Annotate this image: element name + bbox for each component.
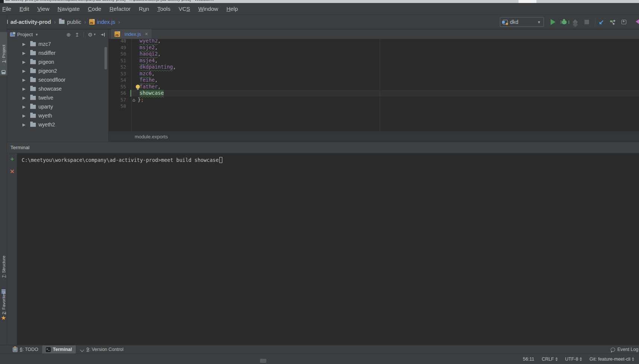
event-log-button[interactable]: Event Log <box>611 345 639 354</box>
collapse-all-icon[interactable]: ↥ <box>75 32 79 38</box>
code-line[interactable]: 56 showcase <box>109 90 639 97</box>
breadcrumb-file[interactable]: index.js <box>97 19 115 25</box>
code-viewport[interactable]: 48 wyeth2, 49 msje2, 50 haoqi2, <box>109 39 639 131</box>
line-number[interactable]: 55 <box>109 84 126 90</box>
project-tree-item[interactable]: ▶ pigeon <box>7 57 108 66</box>
toolwindow-todo[interactable]: 6: TODO <box>9 345 42 354</box>
revert-icon[interactable] <box>636 19 639 25</box>
tree-scrollbar[interactable] <box>104 47 107 69</box>
project-tree-item[interactable]: ▶ showcase <box>7 84 108 93</box>
folder-icon <box>59 20 65 24</box>
toolwindow-version-control[interactable]: 9: Version Control <box>76 345 127 354</box>
menu-item[interactable]: VCS <box>175 6 194 12</box>
line-number[interactable]: 56 <box>109 90 126 97</box>
fold-marker-icon[interactable] <box>132 97 138 104</box>
encoding-select[interactable]: UTF-8 <box>565 357 582 362</box>
run-button[interactable] <box>549 18 557 26</box>
expand-arrow-icon[interactable]: ▶ <box>22 78 27 82</box>
hide-panel-icon[interactable] <box>100 32 105 37</box>
settings-gear-icon[interactable]: ⚙▼ <box>88 32 96 38</box>
locate-file-icon[interactable]: ⊕ <box>66 32 71 38</box>
stop-button[interactable] <box>583 18 591 26</box>
expand-arrow-icon[interactable]: ▶ <box>22 51 27 56</box>
debug-button[interactable] <box>560 18 568 26</box>
folder-icon <box>30 69 36 73</box>
project-tree-item[interactable]: ▶ uparty <box>7 102 108 111</box>
project-tree-item[interactable]: ▶ twelve <box>7 93 108 102</box>
code-line[interactable]: 49 msje2, <box>109 44 639 51</box>
code-line[interactable]: 51 msje4, <box>109 57 639 64</box>
menu-item[interactable]: View <box>33 6 53 12</box>
coverage-button[interactable] <box>571 18 579 26</box>
chevron-down-icon[interactable]: ▼ <box>35 33 38 37</box>
compare-button[interactable] <box>620 18 627 26</box>
line-number[interactable]: 49 <box>109 44 126 51</box>
code-line[interactable]: 54 feihe, <box>109 77 639 84</box>
intention-bulb-icon[interactable] <box>136 85 140 89</box>
expand-arrow-icon[interactable]: ▶ <box>22 122 27 127</box>
star-icon[interactable] <box>1 316 6 320</box>
project-panel-title[interactable]: Project <box>17 32 33 37</box>
expand-arrow-icon[interactable]: ▶ <box>22 113 27 118</box>
code-line[interactable]: 58 <box>109 103 639 110</box>
expand-arrow-icon[interactable]: ▶ <box>22 60 27 65</box>
line-number[interactable]: 52 <box>109 64 126 70</box>
line-number[interactable]: 58 <box>109 103 126 110</box>
terminal-header[interactable]: Terminal <box>7 142 639 153</box>
toolwindow-terminal[interactable]: Terminal <box>42 345 76 354</box>
project-tree-item[interactable]: ▶ wyeth <box>7 111 108 120</box>
project-tree-item[interactable]: ▶ mzc7 <box>7 40 108 48</box>
close-icon[interactable]: ✕ <box>145 32 148 37</box>
menu-item[interactable]: Edit <box>15 6 33 12</box>
vcs-operations-button[interactable] <box>609 18 616 26</box>
terminal-output[interactable]: C:\meetyou\workspace\company\ad-activity… <box>18 153 639 345</box>
code-line[interactable]: 52 dkdpainting, <box>109 64 639 70</box>
expand-arrow-icon[interactable]: ▶ <box>22 95 27 100</box>
editor-tab-indexjs[interactable]: index.js ✕ <box>111 29 151 39</box>
expand-arrow-icon[interactable]: ▶ <box>22 87 27 91</box>
code-line[interactable]: 57 }; <box>109 97 639 103</box>
scroll-grip[interactable] <box>260 359 266 363</box>
line-number[interactable]: 54 <box>109 77 126 84</box>
code-line[interactable]: 53 mzc6, <box>109 70 639 77</box>
chevron-down-icon: ▼ <box>537 20 541 24</box>
code-line[interactable]: 48 wyeth2, <box>109 39 639 44</box>
project-tree-item[interactable]: ▶ secondfloor <box>7 75 108 84</box>
stripe-tab-favorites[interactable]: 2: Favorites <box>0 291 7 316</box>
menu-item[interactable]: Code <box>84 6 106 12</box>
menu-item[interactable]: Refactor <box>105 6 135 12</box>
line-number[interactable]: 53 <box>109 70 126 77</box>
stripe-tab-project[interactable]: 1: Project <box>0 32 7 75</box>
menu-item[interactable]: Window <box>194 6 222 12</box>
new-session-icon[interactable]: + <box>7 156 17 163</box>
expand-arrow-icon[interactable]: ▶ <box>22 42 27 47</box>
breadcrumb-project[interactable]: ad-activity-prod <box>10 19 51 25</box>
scope-breadcrumb[interactable]: module.exports <box>135 134 168 139</box>
chevron-right-icon: › <box>81 19 89 25</box>
line-number[interactable]: 51 <box>109 57 126 64</box>
update-project-button[interactable]: ↙ <box>598 18 605 26</box>
line-ending-select[interactable]: CRLF <box>542 357 558 362</box>
project-tree-item[interactable]: ▶ nsdiffer <box>7 48 108 57</box>
git-branch-select[interactable]: Git: feature-meet-cli <box>589 357 634 362</box>
expand-arrow-icon[interactable]: ▶ <box>22 69 27 73</box>
project-tree-item[interactable]: ▶ wyeth2 <box>7 120 108 129</box>
stripe-tab-structure[interactable]: 7: Structure <box>0 239 7 295</box>
caret-position[interactable]: 56:11 <box>523 357 534 362</box>
code-line[interactable]: 55 father, <box>109 84 639 90</box>
line-number[interactable]: 50 <box>109 51 126 57</box>
close-session-icon[interactable]: ✕ <box>7 168 17 175</box>
breadcrumb-folder[interactable]: public <box>67 19 81 25</box>
project-tree-item[interactable]: ▶ pigeon2 <box>7 66 108 75</box>
expand-arrow-icon[interactable]: ▶ <box>22 104 27 109</box>
menu-item[interactable]: Help <box>222 6 242 12</box>
menu-item[interactable]: File <box>0 6 15 12</box>
menu-item[interactable]: Navigate <box>53 6 84 12</box>
run-configuration-select[interactable]: dkd ▼ <box>500 17 544 27</box>
menu-item[interactable]: Tools <box>153 6 175 12</box>
line-number[interactable]: 57 <box>109 97 126 103</box>
folder-name: wyeth2 <box>38 122 55 128</box>
line-number[interactable]: 48 <box>109 39 126 44</box>
menu-item[interactable]: Run <box>135 6 153 12</box>
code-line[interactable]: 50 haoqi2, <box>109 51 639 57</box>
